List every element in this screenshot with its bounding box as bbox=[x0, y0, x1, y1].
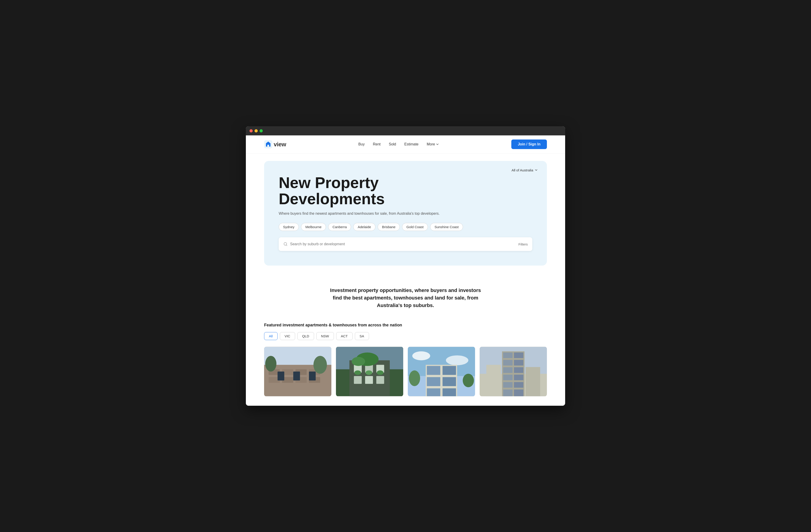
svg-point-36 bbox=[446, 356, 468, 365]
logo-text: view bbox=[274, 141, 286, 148]
svg-rect-40 bbox=[427, 377, 440, 386]
svg-point-45 bbox=[463, 374, 474, 387]
search-bar: Filters bbox=[279, 237, 532, 251]
nav-links: Buy Rent Sold Estimate More bbox=[358, 142, 439, 146]
state-filters: All VIC QLD NSW ACT SA bbox=[264, 332, 547, 340]
investment-text: Investment property opportunities, where… bbox=[326, 286, 485, 309]
close-button[interactable] bbox=[249, 129, 253, 132]
chevron-down-icon bbox=[436, 143, 439, 146]
svg-rect-39 bbox=[442, 366, 456, 375]
svg-point-17 bbox=[313, 356, 327, 374]
hero-subtitle: Where buyers find the newest apartments … bbox=[279, 212, 532, 216]
maximize-button[interactable] bbox=[260, 129, 263, 132]
property-image bbox=[480, 346, 547, 396]
property-image bbox=[408, 346, 475, 396]
svg-rect-49 bbox=[503, 353, 512, 358]
city-tag-brisbane[interactable]: Brisbane bbox=[378, 223, 400, 231]
main-nav: Buy Rent Sold Estimate More bbox=[358, 142, 439, 146]
header: view Buy Rent Sold Estimate More bbox=[246, 136, 565, 154]
svg-point-28 bbox=[354, 371, 361, 375]
state-filter-nsw[interactable]: NSW bbox=[316, 332, 334, 340]
page-content: view Buy Rent Sold Estimate More bbox=[246, 136, 565, 406]
chevron-down-icon bbox=[535, 169, 538, 172]
city-tag-melbourne[interactable]: Melbourne bbox=[301, 223, 326, 231]
svg-rect-38 bbox=[427, 366, 440, 375]
svg-rect-62 bbox=[526, 367, 540, 396]
logo[interactable]: view bbox=[264, 140, 286, 148]
svg-rect-26 bbox=[365, 376, 373, 384]
minimize-button[interactable] bbox=[255, 129, 258, 132]
svg-rect-53 bbox=[503, 367, 512, 373]
svg-point-1 bbox=[267, 142, 269, 144]
hero-title: New Property Developments bbox=[279, 175, 484, 207]
svg-rect-54 bbox=[514, 367, 523, 373]
svg-point-18 bbox=[265, 356, 276, 372]
browser-titlebar bbox=[246, 126, 565, 136]
state-filter-act[interactable]: ACT bbox=[336, 332, 353, 340]
hero-section: All of Australia New Property Developmen… bbox=[264, 161, 547, 266]
svg-rect-43 bbox=[442, 388, 456, 396]
property-card[interactable] bbox=[480, 346, 547, 396]
property-card[interactable] bbox=[336, 346, 403, 396]
svg-rect-60 bbox=[514, 390, 523, 396]
svg-rect-57 bbox=[503, 382, 512, 388]
city-tag-sydney[interactable]: Sydney bbox=[279, 223, 299, 231]
city-tag-sunshine-coast[interactable]: Sunshine Coast bbox=[430, 223, 463, 231]
property-card[interactable] bbox=[264, 346, 331, 396]
filters-button[interactable]: Filters bbox=[518, 242, 528, 246]
search-input[interactable] bbox=[290, 242, 518, 246]
nav-estimate[interactable]: Estimate bbox=[404, 142, 418, 146]
svg-rect-41 bbox=[442, 377, 456, 386]
city-tags: Sydney Melbourne Canberra Adelaide Brisb… bbox=[279, 223, 532, 231]
property-image bbox=[264, 346, 331, 396]
svg-point-30 bbox=[377, 371, 384, 375]
join-signin-button[interactable]: Join / Sign In bbox=[511, 140, 547, 149]
city-tag-adelaide[interactable]: Adelaide bbox=[353, 223, 375, 231]
featured-title: Featured investment apartments & townhou… bbox=[264, 323, 547, 328]
location-dropdown[interactable]: All of Australia bbox=[511, 168, 538, 172]
property-card[interactable] bbox=[408, 346, 475, 396]
city-tag-canberra[interactable]: Canberra bbox=[328, 223, 351, 231]
svg-point-29 bbox=[366, 371, 372, 375]
logo-icon bbox=[264, 140, 272, 148]
svg-rect-55 bbox=[503, 375, 512, 380]
svg-point-32 bbox=[352, 357, 365, 366]
svg-rect-56 bbox=[514, 375, 523, 380]
property-image bbox=[336, 346, 403, 396]
svg-point-44 bbox=[409, 371, 420, 386]
svg-rect-15 bbox=[309, 372, 316, 380]
svg-rect-58 bbox=[514, 382, 523, 388]
svg-rect-52 bbox=[514, 360, 523, 365]
browser-window: view Buy Rent Sold Estimate More bbox=[246, 126, 565, 406]
svg-rect-27 bbox=[376, 376, 384, 384]
svg-rect-59 bbox=[503, 390, 512, 396]
svg-point-35 bbox=[412, 351, 430, 360]
nav-more[interactable]: More bbox=[427, 142, 439, 146]
investment-section: Investment property opportunities, where… bbox=[246, 273, 565, 318]
featured-section: Featured investment apartments & townhou… bbox=[246, 318, 565, 406]
svg-rect-13 bbox=[278, 372, 285, 380]
property-grid bbox=[264, 346, 547, 396]
svg-rect-51 bbox=[503, 360, 512, 365]
state-filter-all[interactable]: All bbox=[264, 332, 278, 340]
state-filter-vic[interactable]: VIC bbox=[280, 332, 295, 340]
svg-rect-61 bbox=[487, 365, 501, 396]
nav-buy[interactable]: Buy bbox=[358, 142, 365, 146]
nav-rent[interactable]: Rent bbox=[373, 142, 381, 146]
svg-rect-25 bbox=[354, 376, 362, 384]
state-filter-qld[interactable]: QLD bbox=[297, 332, 314, 340]
nav-sold[interactable]: Sold bbox=[389, 142, 396, 146]
search-icon bbox=[283, 242, 288, 246]
svg-rect-50 bbox=[514, 353, 523, 358]
city-tag-gold-coast[interactable]: Gold Coast bbox=[402, 223, 428, 231]
svg-rect-14 bbox=[293, 372, 300, 380]
svg-rect-42 bbox=[427, 388, 440, 396]
state-filter-sa[interactable]: SA bbox=[355, 332, 369, 340]
